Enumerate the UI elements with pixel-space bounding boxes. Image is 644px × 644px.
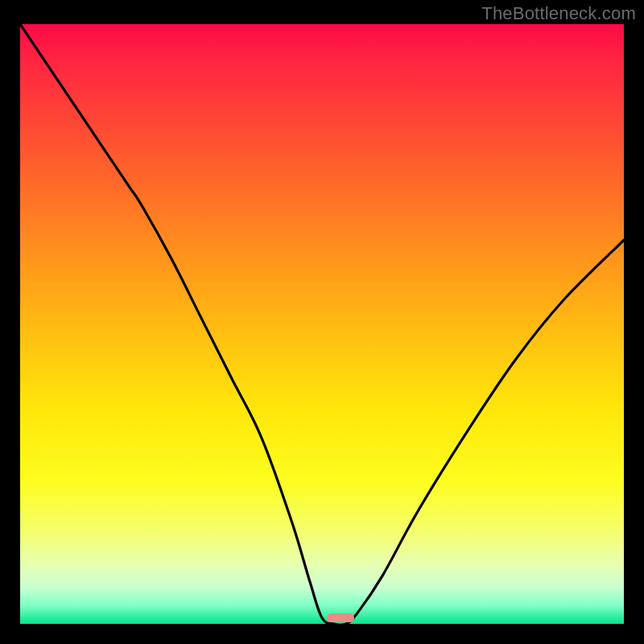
curve-path [20, 24, 624, 624]
minimum-marker [327, 613, 354, 622]
watermark-text: TheBottleneck.com [481, 3, 636, 24]
plot-area [20, 24, 624, 624]
chart-frame: TheBottleneck.com [0, 0, 644, 644]
bottleneck-curve [20, 24, 624, 624]
